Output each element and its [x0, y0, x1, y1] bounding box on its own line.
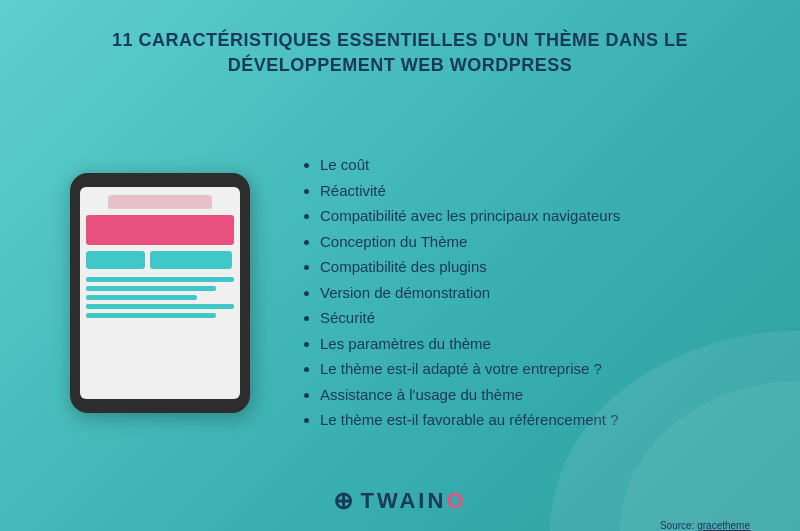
tablet-line-4	[86, 304, 234, 309]
logo-text: TWAINO	[360, 488, 466, 514]
tablet-col-right	[150, 251, 231, 269]
tablet-screen	[80, 187, 240, 399]
tablet-line-3	[86, 295, 197, 300]
page-title: 11 CARACTÉRISTIQUES ESSENTIELLES D'UN TH…	[60, 28, 740, 78]
logo-symbol: ⊕	[333, 487, 356, 515]
tablet-two-col	[86, 251, 234, 269]
tablet-col-left	[86, 251, 145, 269]
list-item: Version de démonstration	[320, 280, 760, 306]
tablet-line-2	[86, 286, 216, 291]
source-label: Source:	[660, 520, 694, 531]
brand-logo: ⊕ TWAINO	[333, 487, 466, 515]
tablet-illustration	[40, 173, 280, 413]
list-item: Compatibilité avec les principaux naviga…	[320, 203, 760, 229]
source-link[interactable]: gracetheme	[697, 520, 750, 531]
logo-o: O	[446, 488, 466, 513]
page-header: 11 CARACTÉRISTIQUES ESSENTIELLES D'UN TH…	[0, 28, 800, 78]
list-item: Compatibilité des plugins	[320, 254, 760, 280]
list-item: Conception du Thème	[320, 229, 760, 255]
list-item: Réactivité	[320, 178, 760, 204]
tablet-text-lines	[86, 277, 234, 318]
list-item: Sécurité	[320, 305, 760, 331]
tablet-line-1	[86, 277, 234, 282]
list-item: Le coût	[320, 152, 760, 178]
footer: ⊕ TWAINO Source: gracetheme	[0, 487, 800, 531]
source-credit: Source: gracetheme	[660, 520, 750, 531]
tablet-line-5	[86, 313, 216, 318]
tablet-hero-bar	[86, 215, 234, 245]
page-background: 11 CARACTÉRISTIQUES ESSENTIELLES D'UN TH…	[0, 0, 800, 531]
tablet-header-bar	[108, 195, 212, 209]
tablet-device	[70, 173, 250, 413]
